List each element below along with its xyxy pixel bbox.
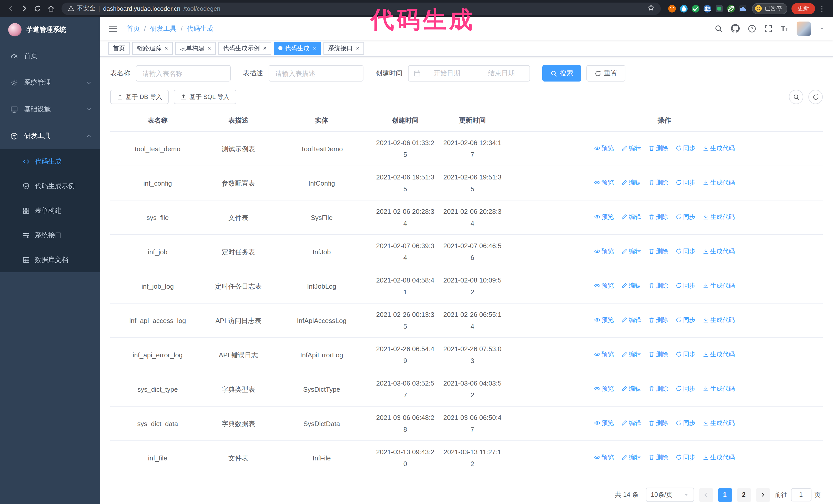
generate-link[interactable]: 生成代码: [703, 280, 735, 292]
generate-link[interactable]: 生成代码: [703, 246, 735, 257]
sync-link[interactable]: 同步: [675, 349, 695, 360]
delete-link[interactable]: 删除: [648, 383, 668, 395]
sidebar-item-home[interactable]: 首页: [0, 43, 100, 69]
bookmark-star-icon[interactable]: [647, 4, 654, 13]
edit-link[interactable]: 编辑: [621, 177, 641, 189]
browser-forward-button[interactable]: [18, 2, 31, 15]
sidebar-item-codegen-example[interactable]: 代码生成示例: [0, 174, 100, 198]
delete-link[interactable]: 删除: [648, 349, 668, 360]
user-avatar[interactable]: [796, 21, 811, 35]
breadcrumb-devtools[interactable]: 研发工具: [150, 24, 176, 33]
extension-icon-screener[interactable]: [715, 4, 723, 13]
import-db-button[interactable]: 基于 DB 导入: [110, 90, 169, 104]
chrome-update-button[interactable]: 更新: [791, 3, 815, 14]
tab-home[interactable]: 首页: [108, 42, 130, 55]
tab-codegen[interactable]: 代码生成 ×: [274, 42, 321, 55]
address-bar[interactable]: 不安全 | dashboard.yudao.iocoder.cn/tool/co…: [62, 2, 661, 15]
edit-link[interactable]: 编辑: [621, 280, 641, 292]
table-desc-input[interactable]: [269, 65, 363, 81]
sidebar-item-infra[interactable]: 基础设施: [0, 96, 100, 123]
preview-link[interactable]: 预览: [594, 246, 614, 257]
edit-link[interactable]: 编辑: [621, 246, 641, 257]
edit-link[interactable]: 编辑: [621, 452, 641, 463]
sync-link[interactable]: 同步: [675, 211, 695, 223]
delete-link[interactable]: 删除: [648, 452, 668, 463]
sidebar-item-api[interactable]: 系统接口: [0, 223, 100, 248]
edit-link[interactable]: 编辑: [621, 383, 641, 395]
sync-link[interactable]: 同步: [675, 314, 695, 326]
fullscreen-icon[interactable]: [765, 24, 773, 32]
page-size-select[interactable]: 10条/页: [646, 487, 694, 502]
sidebar-item-codegen[interactable]: 代码生成: [0, 149, 100, 174]
extension-icon-fox[interactable]: [668, 4, 676, 13]
next-page-button[interactable]: [756, 488, 770, 502]
close-icon[interactable]: ×: [208, 45, 211, 51]
sync-link[interactable]: 同步: [675, 177, 695, 189]
preview-link[interactable]: 预览: [594, 314, 614, 326]
tab-tracing[interactable]: 链路追踪 ×: [132, 42, 173, 55]
delete-link[interactable]: 删除: [648, 211, 668, 223]
edit-link[interactable]: 编辑: [621, 143, 641, 154]
close-icon[interactable]: ×: [263, 45, 266, 51]
security-warning[interactable]: 不安全: [68, 4, 95, 13]
page-1-button[interactable]: 1: [718, 488, 732, 502]
sync-link[interactable]: 同步: [675, 452, 695, 463]
tab-form-builder[interactable]: 表单构建 ×: [175, 42, 216, 55]
help-icon[interactable]: [748, 24, 756, 32]
font-size-icon[interactable]: TT: [781, 24, 788, 32]
delete-link[interactable]: 删除: [648, 246, 668, 257]
tab-codegen-example[interactable]: 代码生成示例 ×: [218, 42, 271, 55]
preview-link[interactable]: 预览: [594, 349, 614, 360]
generate-link[interactable]: 生成代码: [703, 349, 735, 360]
sync-link[interactable]: 同步: [675, 417, 695, 429]
reset-button[interactable]: 重置: [587, 65, 625, 81]
search-button[interactable]: 搜索: [542, 65, 581, 81]
preview-link[interactable]: 预览: [594, 383, 614, 395]
browser-home-button[interactable]: [44, 2, 57, 15]
generate-link[interactable]: 生成代码: [703, 417, 735, 429]
generate-link[interactable]: 生成代码: [703, 452, 735, 463]
browser-back-button[interactable]: [4, 2, 18, 15]
preview-link[interactable]: 预览: [594, 211, 614, 223]
close-icon[interactable]: ×: [356, 45, 359, 51]
sidebar-item-db-doc[interactable]: 数据库文档: [0, 248, 100, 272]
paused-badge[interactable]: 已暂停: [752, 3, 787, 14]
goto-page-input[interactable]: [791, 488, 811, 501]
delete-link[interactable]: 删除: [648, 417, 668, 429]
preview-link[interactable]: 预览: [594, 143, 614, 154]
preview-link[interactable]: 预览: [594, 452, 614, 463]
preview-link[interactable]: 预览: [594, 417, 614, 429]
prev-page-button[interactable]: [699, 488, 713, 502]
generate-link[interactable]: 生成代码: [703, 383, 735, 395]
header-search-icon[interactable]: [715, 24, 723, 32]
edit-link[interactable]: 编辑: [621, 349, 641, 360]
preview-link[interactable]: 预览: [594, 280, 614, 292]
breadcrumb-home[interactable]: 首页: [127, 24, 140, 33]
browser-reload-button[interactable]: [31, 2, 44, 15]
generate-link[interactable]: 生成代码: [703, 143, 735, 154]
page-2-button[interactable]: 2: [737, 488, 751, 502]
extension-icon-puzzle[interactable]: [739, 4, 747, 13]
delete-link[interactable]: 删除: [648, 280, 668, 292]
generate-link[interactable]: 生成代码: [703, 314, 735, 326]
delete-link[interactable]: 删除: [648, 314, 668, 326]
extension-icon-leaf[interactable]: [727, 4, 735, 13]
github-icon[interactable]: [731, 24, 740, 33]
edit-link[interactable]: 编辑: [621, 314, 641, 326]
sync-link[interactable]: 同步: [675, 246, 695, 257]
browser-menu-icon[interactable]: ⋮: [815, 4, 829, 13]
extension-icon-check[interactable]: [691, 4, 700, 13]
date-range-picker[interactable]: 开始日期 - 结束日期: [408, 65, 530, 81]
sidebar-toggle-button[interactable]: [108, 24, 117, 32]
close-icon[interactable]: ×: [165, 45, 168, 51]
extension-icon-drop[interactable]: [680, 4, 688, 13]
preview-link[interactable]: 预览: [594, 177, 614, 189]
close-icon[interactable]: ×: [313, 45, 316, 51]
sync-link[interactable]: 同步: [675, 383, 695, 395]
table-name-input[interactable]: [136, 65, 231, 81]
generate-link[interactable]: 生成代码: [703, 177, 735, 189]
sidebar-item-form-builder[interactable]: 表单构建: [0, 198, 100, 223]
generate-link[interactable]: 生成代码: [703, 211, 735, 223]
delete-link[interactable]: 删除: [648, 177, 668, 189]
delete-link[interactable]: 删除: [648, 143, 668, 154]
